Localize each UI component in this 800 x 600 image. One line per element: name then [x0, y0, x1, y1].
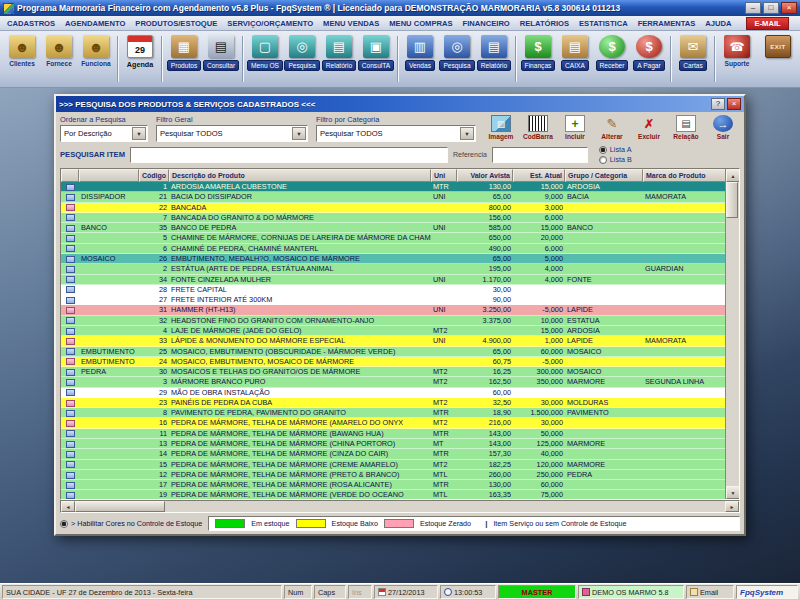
- referencia-input[interactable]: [492, 147, 588, 163]
- table-row[interactable]: 1ARDOSIA AMARELA CUBESTONEMTR130,0015,00…: [61, 182, 725, 192]
- menu-item-estatistica[interactable]: ESTATISTICA: [574, 18, 633, 29]
- excluir-button[interactable]: ✗Excluir: [632, 115, 666, 140]
- column-header-grupo[interactable]: Grupo / Categoria: [565, 169, 643, 182]
- table-row[interactable]: DISSIPADOR21BACIA DO DISSIPADORUNI65,009…: [61, 192, 725, 202]
- table-row[interactable]: 34FONTE CINZELADA MULHERUNI1.170,004,000…: [61, 275, 725, 285]
- table-row[interactable]: 29MÃO DE OBRA INSTALAÇÃO60,00: [61, 388, 725, 398]
- toolbar-relatorio-vendas-button[interactable]: ▤Relatório: [476, 34, 512, 71]
- menu-item-email[interactable]: E-MAIL: [746, 17, 788, 30]
- table-row[interactable]: 7BANCADA DO GRANITO & DO MÁRMORE156,006,…: [61, 213, 725, 223]
- toolbar-exit-button[interactable]: EXIT: [760, 34, 796, 58]
- toolbar-pesquisa-vendas-button[interactable]: ◎Pesquisa: [439, 34, 475, 71]
- scroll-up-icon[interactable]: ▲: [726, 169, 740, 182]
- table-row[interactable]: 3MÁRMORE BRANCO PUROMT2162,50350,000MARM…: [61, 377, 725, 387]
- lista-a-radio[interactable]: Lista A: [599, 145, 632, 154]
- minimize-button[interactable]: –: [745, 2, 761, 14]
- vertical-scrollbar[interactable]: ▲ ▼: [725, 169, 739, 499]
- table-row[interactable]: 12PEDRA DE MÁRMORE, TELHA DE MÁRMORE (PR…: [61, 470, 725, 480]
- table-row[interactable]: 6CHAMINÉ DE PEDRA, CHAMINÉ MANTERL490,00…: [61, 244, 725, 254]
- toolbar-clientes-button[interactable]: ☻Clientes: [4, 34, 40, 67]
- codbarra-button[interactable]: CodBarra: [521, 115, 555, 140]
- relacao-button[interactable]: ▤Relação: [669, 115, 703, 140]
- table-row[interactable]: 23PAINÉIS DE PEDRA DA CUBAMT232,5030,000…: [61, 398, 725, 408]
- column-header-uni[interactable]: Uni: [431, 169, 457, 182]
- column-header-marca[interactable]: Marca do Produto: [643, 169, 725, 182]
- toolbar-suporte-button[interactable]: ☎Suporte: [719, 34, 755, 67]
- table-row[interactable]: 11PEDRA DE MÁRMORE, TELHA DE MÁRMORE (BA…: [61, 429, 725, 439]
- dialog-close-button[interactable]: ×: [727, 98, 741, 110]
- toolbar-funcionarios-button[interactable]: ☻Funciona: [78, 34, 114, 67]
- imagem-button[interactable]: ▨Imagem: [484, 115, 518, 140]
- scroll-down-icon[interactable]: ▼: [726, 486, 740, 499]
- table-row[interactable]: 5CHAMINE DE MÁRMORE, CORNIJAS DE LAREIRA…: [61, 233, 725, 243]
- column-header-valor[interactable]: Valor Avista: [457, 169, 513, 182]
- toolbar-cartas-button[interactable]: ✉Cartas: [675, 34, 711, 71]
- column-header-codigo[interactable]: Código: [139, 169, 169, 182]
- menu-item-relatorios[interactable]: RELATÓRIOS: [515, 18, 574, 29]
- table-row[interactable]: 19PEDRA DE MÁRMORE, TELHA DE MÁRMORE (VE…: [61, 490, 725, 499]
- table-row[interactable]: 14PEDRA DE MÁRMORE, TELHA DE MÁRMORE (CI…: [61, 449, 725, 459]
- table-row[interactable]: BANCO35BANCO DE PEDRAUNI585,0015,000BANC…: [61, 223, 725, 233]
- column-header-icon[interactable]: [61, 169, 79, 182]
- horizontal-scroll-thumb[interactable]: [75, 501, 165, 512]
- toolbar-caixa-button[interactable]: ▤CAIXA: [557, 34, 593, 71]
- category-filter-dropdown[interactable]: Pesquisar TODOS ▼: [316, 125, 476, 142]
- help-button[interactable]: ?: [711, 98, 725, 110]
- table-row[interactable]: 28FRETE CAPITAL30,00: [61, 285, 725, 295]
- toolbar-apagar-button[interactable]: $A Pagar: [631, 34, 667, 71]
- table-row[interactable]: 22BANCADA800,003,000: [61, 203, 725, 213]
- horizontal-scrollbar[interactable]: ◄ ►: [60, 500, 740, 513]
- toolbar-menu-os-button[interactable]: ▢Menu OS: [247, 34, 283, 71]
- menu-item-ferramentas[interactable]: FERRAMENTAS: [633, 18, 701, 29]
- menu-item-menu-vendas[interactable]: MENU VENDAS: [318, 18, 384, 29]
- sair-button[interactable]: →Sair: [706, 115, 740, 140]
- toolbar-consulta-os-button[interactable]: ▣ConsulTA: [358, 34, 394, 71]
- toolbar-receber-button[interactable]: $Receber: [594, 34, 630, 71]
- close-button[interactable]: ×: [781, 2, 797, 14]
- incluir-button[interactable]: +Incluir: [558, 115, 592, 140]
- table-row[interactable]: EMBUTIMENTO24MOSAICO, EMBUTIMENTO, MOSAI…: [61, 357, 725, 367]
- table-row[interactable]: 17PEDRA DE MÁRMORE, TELHA DE MÁRMORE (RO…: [61, 480, 725, 490]
- menu-item-financeiro[interactable]: FINANCEIRO: [458, 18, 515, 29]
- maximize-button[interactable]: □: [763, 2, 779, 14]
- radio-unselected-icon[interactable]: [599, 156, 607, 164]
- scroll-left-icon[interactable]: ◄: [61, 501, 75, 512]
- chevron-down-icon[interactable]: ▼: [460, 127, 474, 140]
- chevron-down-icon[interactable]: ▼: [292, 127, 306, 140]
- toolbar-consultar-button[interactable]: ▤Consultar: [203, 34, 239, 71]
- radio-selected-icon[interactable]: [599, 146, 607, 154]
- table-row[interactable]: EMBUTIMENTO25MOSAICO, EMBUTIMENTO (OBSCU…: [61, 347, 725, 357]
- vertical-scroll-thumb[interactable]: [726, 182, 738, 218]
- toolbar-financas-button[interactable]: $Finanças: [520, 34, 556, 71]
- chevron-down-icon[interactable]: ▼: [132, 127, 146, 140]
- alterar-button[interactable]: ✎Alterar: [595, 115, 629, 140]
- menu-item-ajuda[interactable]: AJUDA: [700, 18, 736, 29]
- sort-dropdown[interactable]: Por Descrição ▼: [60, 125, 148, 142]
- table-row[interactable]: 15PEDRA DE MÁRMORE, TELHA DE MÁRMORE (CR…: [61, 460, 725, 470]
- table-row[interactable]: 33LÁPIDE & MONUMENTO DO MÁRMORE ESPECIAL…: [61, 336, 725, 346]
- table-row[interactable]: 27FRETE INTERIOR ATÉ 300KM90,00: [61, 295, 725, 305]
- vertical-scroll-track[interactable]: [726, 182, 739, 486]
- toolbar-vendas-button[interactable]: ▥Vendas: [402, 34, 438, 71]
- toolbar-produtos-button[interactable]: ▦Produtos: [166, 34, 202, 71]
- toolbar-pesquisa-os-button[interactable]: ◎Pesquisa: [284, 34, 320, 71]
- table-row[interactable]: 32HEADSTONE FINO DO GRANITO COM ORNAMENT…: [61, 316, 725, 326]
- enable-colors-radio[interactable]: > Habilitar Cores no Controle de Estoque: [60, 519, 202, 528]
- column-header-descricao[interactable]: Descrição do Produto: [169, 169, 431, 182]
- menu-item-menu-compras[interactable]: MENU COMPRAS: [384, 18, 457, 29]
- table-row[interactable]: 4LAJE DE MÁRMORE (JADE DO GELO)MT215,000…: [61, 326, 725, 336]
- table-row[interactable]: 8PAVIMENTO DE PEDRA, PAVIMENTO DO GRANIT…: [61, 408, 725, 418]
- menu-item-agendamento[interactable]: AGENDAMENTO: [60, 18, 130, 29]
- table-row[interactable]: 16PEDRA DE MÁRMORE, TELHA DE MÁRMORE (AM…: [61, 418, 725, 428]
- menu-item-cadastros[interactable]: CADASTROS: [2, 18, 60, 29]
- toolbar-fornecedores-button[interactable]: ☻Fornece: [41, 34, 77, 67]
- search-input[interactable]: [130, 147, 448, 163]
- menu-item-produtos-estoque[interactable]: PRODUTOS/ESTOQUE: [130, 18, 222, 29]
- horizontal-scroll-track[interactable]: [75, 501, 725, 512]
- table-row[interactable]: PEDRA30MOSAICOS E TELHAS DO GRANITO/OS D…: [61, 367, 725, 377]
- table-row[interactable]: 13PEDRA DE MÁRMORE, TELHA DE MÁRMORE (CH…: [61, 439, 725, 449]
- table-row[interactable]: 31HAMMER (HT-H13)UNI3.250,00-5,000LAPIDE: [61, 305, 725, 315]
- table-row[interactable]: 2ESTÁTUA (ARTE DE PEDRA, ESTÁTUA ANIMAL1…: [61, 264, 725, 274]
- scroll-right-icon[interactable]: ►: [725, 501, 739, 512]
- toolbar-relatorio-os-button[interactable]: ▤Relatório: [321, 34, 357, 71]
